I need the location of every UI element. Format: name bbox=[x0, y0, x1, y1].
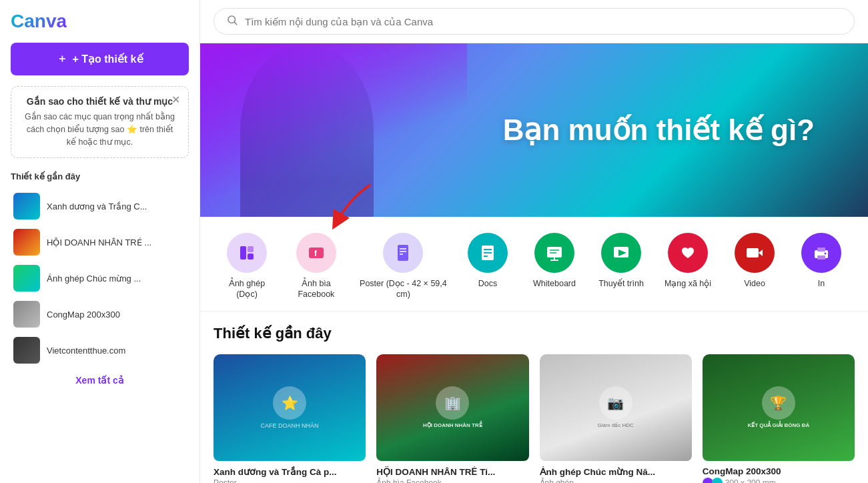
list-item[interactable]: Xanh dương và Trắng C... bbox=[11, 188, 189, 224]
thumb-inner-3: 📷 Giám đốc HDC bbox=[540, 354, 692, 461]
recent-thumb-5 bbox=[13, 337, 40, 364]
logo: Canva bbox=[11, 11, 189, 32]
svg-rect-3 bbox=[248, 246, 254, 252]
in-icon bbox=[801, 233, 841, 273]
hero-title: Bạn muốn thiết kế gì? bbox=[503, 113, 815, 148]
design-sub-3: Ảnh ghép bbox=[540, 478, 692, 484]
category-label: Mạng xã hội bbox=[665, 278, 711, 289]
svg-rect-2 bbox=[240, 246, 246, 260]
sidebar: Canva ＋ + Tạo thiết kế ✕ Gắn sao cho thi… bbox=[0, 0, 200, 483]
svg-rect-26 bbox=[817, 256, 825, 260]
category-mang-xa-hoi[interactable]: Mạng xã hội bbox=[655, 233, 721, 300]
category-label: Video bbox=[744, 278, 765, 289]
hero-tree bbox=[240, 43, 374, 217]
anh-bia-facebook-icon: f bbox=[296, 233, 336, 273]
list-item[interactable]: CongMap 200x300 bbox=[11, 296, 189, 332]
category-label: Docs bbox=[478, 278, 497, 289]
category-poster[interactable]: Poster (Dọc - 42 × 59,4 cm) bbox=[352, 233, 454, 311]
recent-list: Xanh dương và Trắng C... HỘI DOANH NHÂN … bbox=[11, 188, 189, 368]
tooltip-title: Gắn sao cho thiết kế và thư mục bbox=[22, 96, 177, 107]
app-name: Canva bbox=[11, 11, 67, 31]
recent-thumb-3 bbox=[13, 265, 40, 292]
svg-marker-23 bbox=[759, 250, 763, 256]
design-thumb-1: ⭐ CAFE DOANH NHÂN bbox=[213, 354, 366, 461]
tooltip-close-button[interactable]: ✕ bbox=[171, 93, 180, 106]
design-thumb-4: 🏆 KẾT QUẢ GIẢI BÓNG ĐÁ bbox=[703, 354, 855, 461]
category-label: In bbox=[818, 278, 825, 289]
design-card-2[interactable]: 🏢 HỘI DOANH NHÂN TRẺ HỘI DOANH NHÂN TRẺ … bbox=[376, 354, 528, 484]
svg-line-1 bbox=[234, 22, 236, 24]
design-type-2: Ảnh bìa Facebook bbox=[376, 478, 441, 484]
user-avatar-2 bbox=[712, 478, 723, 484]
design-card-3[interactable]: 📷 Giám đốc HDC Ảnh ghép Chúc mừng Nă... … bbox=[540, 354, 692, 484]
top-bar bbox=[200, 0, 868, 43]
category-label: Ảnh bìa Facebook bbox=[287, 278, 346, 300]
search-icon bbox=[226, 14, 238, 29]
category-in[interactable]: In bbox=[788, 233, 855, 300]
hero-banner: Bạn muốn thiết kế gì? bbox=[200, 43, 868, 217]
category-label: Poster (Dọc - 42 × 59,4 cm) bbox=[359, 278, 448, 300]
design-sub-4: 300 x 200 mm bbox=[703, 478, 855, 484]
design-name-3: Ảnh ghép Chúc mừng Nă... bbox=[540, 466, 692, 477]
create-label: + Tạo thiết kế bbox=[73, 53, 143, 65]
svg-rect-22 bbox=[747, 248, 759, 258]
svg-rect-7 bbox=[398, 245, 408, 261]
svg-point-27 bbox=[825, 253, 827, 255]
mang-xa-hoi-icon bbox=[668, 233, 708, 273]
design-name-2: HỘI DOANH NHÂN TRẺ Ti... bbox=[376, 466, 528, 477]
design-grid: ⭐ CAFE DOANH NHÂN Xanh dương và Trắng Cà… bbox=[200, 354, 868, 484]
svg-rect-25 bbox=[817, 248, 825, 252]
recent-item-name: Xanh dương và Trắng C... bbox=[47, 201, 147, 211]
list-item[interactable]: Ảnh ghép Chúc mừng ... bbox=[11, 260, 189, 296]
star-icon: ⭐ bbox=[127, 125, 137, 134]
thumb-text-2: HỘI DOANH NHÂN TRẺ bbox=[419, 422, 486, 428]
anh-ghep-doc-icon bbox=[227, 233, 267, 273]
create-button[interactable]: ＋ + Tạo thiết kế bbox=[11, 43, 189, 75]
category-row: Ảnh ghép (Dọc) f Ảnh bìa Facebook Poster… bbox=[200, 217, 868, 312]
search-bar bbox=[213, 8, 855, 35]
design-thumb-2: 🏢 HỘI DOANH NHÂN TRẺ bbox=[376, 354, 528, 461]
search-input[interactable] bbox=[245, 16, 842, 27]
design-type-1: Poster bbox=[213, 478, 237, 484]
svg-rect-4 bbox=[248, 254, 254, 260]
design-card-1[interactable]: ⭐ CAFE DOANH NHÂN Xanh dương và Trắng Cà… bbox=[213, 354, 366, 484]
section-title: Thiết kế gần đây bbox=[213, 325, 855, 342]
main-content: Bạn muốn thiết kế gì? Ảnh ghép (Dọc) f Ả… bbox=[200, 0, 868, 483]
thumb-circle-1: ⭐ bbox=[273, 386, 306, 420]
design-type-4: 300 x 200 mm bbox=[725, 478, 776, 484]
design-sub-2: Ảnh bìa Facebook bbox=[376, 478, 528, 484]
thumb-circle-3: 📷 bbox=[599, 386, 632, 420]
design-name-4: CongMap 200x300 bbox=[703, 466, 855, 476]
category-label: Ảnh ghép (Dọc) bbox=[220, 278, 274, 300]
category-thuyet-trinh[interactable]: Thuyết trình bbox=[588, 233, 655, 300]
docs-icon bbox=[468, 233, 508, 273]
category-video[interactable]: Video bbox=[721, 233, 788, 300]
designs-section-wrapper: Thiết kế gần đây ⭐ CAFE DOANH NHÂN Xanh … bbox=[200, 312, 868, 484]
recent-thumb-4 bbox=[13, 301, 40, 328]
recent-item-name: Vietcontentthue.com bbox=[47, 346, 125, 356]
tooltip-box: ✕ Gắn sao cho thiết kế và thư mục Gắn sa… bbox=[11, 86, 189, 158]
design-card-4[interactable]: 🏆 KẾT QUẢ GIẢI BÓNG ĐÁ CongMap 200x300 3… bbox=[703, 354, 855, 484]
thumb-text-4: KẾT QUẢ GIẢI BÓNG ĐÁ bbox=[743, 422, 813, 428]
see-all-link[interactable]: Xem tất cả bbox=[11, 375, 189, 386]
video-icon bbox=[735, 233, 775, 273]
thuyet-trinh-icon bbox=[601, 233, 641, 273]
thumb-text-1: CAFE DOANH NHÂN bbox=[256, 422, 324, 429]
thumb-inner-2: 🏢 HỘI DOANH NHÂN TRẺ bbox=[376, 354, 528, 461]
thumb-inner-1: ⭐ CAFE DOANH NHÂN bbox=[213, 354, 366, 461]
category-anh-bia-facebook[interactable]: f Ảnh bìa Facebook bbox=[280, 233, 352, 311]
recent-item-name: HỘI DOANH NHÂN TRẺ ... bbox=[47, 237, 151, 248]
category-docs[interactable]: Docs bbox=[454, 233, 521, 300]
recent-item-name: CongMap 200x300 bbox=[47, 310, 120, 320]
category-anh-ghep-doc[interactable]: Ảnh ghép (Dọc) bbox=[213, 233, 280, 311]
design-thumb-3: 📷 Giám đốc HDC bbox=[540, 354, 692, 461]
design-type-3: Ảnh ghép bbox=[540, 478, 574, 484]
list-item[interactable]: HỘI DOANH NHÂN TRẺ ... bbox=[11, 224, 189, 260]
category-whiteboard[interactable]: Whiteboard bbox=[521, 233, 588, 300]
svg-rect-15 bbox=[547, 247, 562, 258]
thumb-circle-2: 🏢 bbox=[436, 386, 469, 420]
list-item[interactable]: Vietcontentthue.com bbox=[11, 332, 189, 368]
poster-icon bbox=[383, 233, 423, 273]
category-label: Thuyết trình bbox=[598, 278, 644, 289]
hero-decoration bbox=[200, 43, 467, 217]
